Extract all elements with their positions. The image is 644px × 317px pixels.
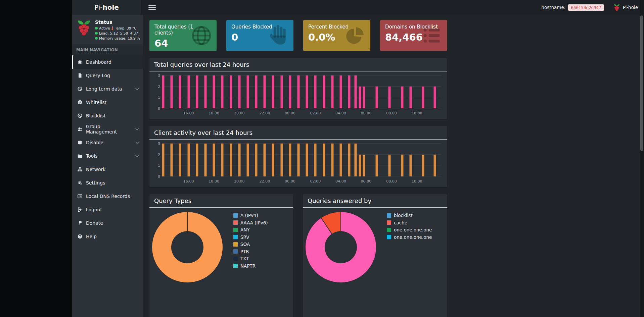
- legend-item[interactable]: ANY: [233, 227, 268, 232]
- chart-bar[interactable]: [280, 144, 283, 176]
- chart-bar[interactable]: [375, 87, 378, 108]
- chart-bar[interactable]: [280, 75, 283, 108]
- chart-bar[interactable]: [255, 75, 258, 108]
- chart-bar[interactable]: [221, 144, 224, 176]
- chart-bar[interactable]: [162, 75, 165, 108]
- chart-bar[interactable]: [363, 155, 365, 176]
- chart-bar[interactable]: [162, 144, 165, 176]
- chart-bar[interactable]: [348, 144, 351, 176]
- chart-bar[interactable]: [359, 87, 361, 108]
- sidebar-item-group-management[interactable]: Group Management: [72, 122, 143, 136]
- legend-item[interactable]: AAAA (IPv6): [233, 220, 268, 225]
- summary-card-total-queries-1-clients[interactable]: Total queries (1 clients)64: [149, 20, 217, 51]
- sidebar-item-help[interactable]: Help: [72, 230, 143, 243]
- chart-bar[interactable]: [213, 75, 215, 108]
- legend-item[interactable]: blocklist: [387, 213, 432, 218]
- chart-bar[interactable]: [363, 87, 365, 108]
- chart-bar[interactable]: [339, 144, 342, 176]
- chart-bar[interactable]: [409, 155, 412, 176]
- chart-bar[interactable]: [246, 75, 249, 108]
- chart-bar[interactable]: [422, 87, 424, 108]
- legend-item[interactable]: SRV: [233, 234, 268, 240]
- chart-bar[interactable]: [297, 75, 300, 108]
- sidebar-item-dashboard[interactable]: Dashboard: [72, 55, 143, 69]
- chart-bar[interactable]: [230, 144, 232, 176]
- chart-bar[interactable]: [331, 75, 333, 108]
- summary-card-queries-blocked[interactable]: Queries Blocked0: [226, 20, 293, 51]
- legend-item[interactable]: NAPTR: [233, 263, 268, 269]
- chart-bar[interactable]: [409, 87, 412, 108]
- chart-bar[interactable]: [264, 75, 266, 108]
- chart-bar[interactable]: [388, 87, 390, 108]
- sidebar-item-logout[interactable]: Logout: [72, 203, 143, 216]
- chart-bar[interactable]: [238, 75, 240, 108]
- chart-bar[interactable]: [355, 75, 357, 108]
- sidebar-item-query-log[interactable]: Query Log: [72, 69, 143, 82]
- chart-bar[interactable]: [306, 144, 308, 176]
- chart-bar[interactable]: [187, 144, 190, 176]
- chart-bar[interactable]: [331, 144, 333, 176]
- navbar-brand-label[interactable]: Pi-hole: [623, 5, 638, 10]
- chart-bar[interactable]: [272, 75, 274, 108]
- chart-bar[interactable]: [187, 75, 190, 108]
- chart-bar[interactable]: [272, 144, 274, 176]
- chart-bar[interactable]: [196, 144, 198, 176]
- sidebar-item-local-dns-records[interactable]: Local DNS Records: [72, 190, 143, 203]
- sidebar-toggle-button[interactable]: [148, 5, 156, 10]
- chart-bar[interactable]: [289, 75, 291, 108]
- sidebar-item-whitelist[interactable]: Whitelist: [72, 96, 143, 109]
- legend-item[interactable]: one.one.one.one: [387, 227, 432, 232]
- sidebar-item-blacklist[interactable]: Blacklist: [72, 109, 143, 122]
- sidebar-item-settings[interactable]: Settings: [72, 176, 143, 190]
- chart-bar[interactable]: [401, 87, 403, 108]
- summary-card-domains-on-blocklist[interactable]: Domains on Blocklist84,466: [380, 20, 447, 51]
- sidebar-item-long-term-data[interactable]: Long term data: [72, 82, 143, 96]
- legend-item[interactable]: TXT: [233, 256, 268, 261]
- chart-bar[interactable]: [246, 144, 249, 176]
- chart-bar[interactable]: [213, 144, 215, 176]
- chart-bar[interactable]: [230, 75, 232, 108]
- chart-bar[interactable]: [179, 75, 181, 108]
- sidebar-item-tools[interactable]: Tools: [72, 149, 143, 163]
- chart-bar[interactable]: [255, 144, 258, 176]
- chart-bar[interactable]: [289, 144, 291, 176]
- chart-bar[interactable]: [375, 155, 378, 176]
- chart-bar[interactable]: [339, 75, 342, 108]
- sidebar-item-network[interactable]: Network: [72, 163, 143, 176]
- legend-item[interactable]: cache: [387, 220, 432, 225]
- chart-bar[interactable]: [196, 75, 198, 108]
- chart-bar[interactable]: [434, 155, 436, 176]
- chart-bar[interactable]: [355, 144, 357, 176]
- chart-bar[interactable]: [314, 144, 317, 176]
- brand-bold: hole: [103, 3, 119, 11]
- chart-bar[interactable]: [297, 144, 300, 176]
- chart-bar[interactable]: [171, 144, 173, 176]
- x-axis-label: 00:00: [285, 179, 295, 183]
- legend-item[interactable]: one.one.one.one: [387, 234, 432, 240]
- chart-bar[interactable]: [422, 155, 424, 176]
- chart-bar[interactable]: [264, 144, 266, 176]
- legend-item[interactable]: A (IPv4): [233, 213, 268, 218]
- legend-item[interactable]: SOA: [233, 242, 268, 247]
- chart-bar[interactable]: [434, 87, 436, 108]
- chart-bar[interactable]: [348, 75, 351, 108]
- chart-bar[interactable]: [388, 155, 390, 176]
- chart-bar[interactable]: [204, 75, 207, 108]
- chart-bar[interactable]: [204, 144, 207, 176]
- chart-bar[interactable]: [401, 155, 403, 176]
- chart-bar[interactable]: [238, 144, 240, 176]
- chart-bar[interactable]: [179, 144, 181, 176]
- chart-bar[interactable]: [306, 75, 308, 108]
- chart-bar[interactable]: [221, 75, 224, 108]
- chart-bar[interactable]: [314, 75, 317, 108]
- chart-bar[interactable]: [171, 75, 173, 108]
- sidebar-item-donate[interactable]: Donate: [72, 216, 143, 230]
- brand-logo[interactable]: Pi-hole: [72, 0, 141, 15]
- chart-bar[interactable]: [323, 144, 325, 176]
- legend-item[interactable]: PTR: [233, 249, 268, 254]
- sidebar-item-disable[interactable]: Disable: [72, 136, 143, 149]
- summary-card-percent-blocked[interactable]: Percent Blocked0.0%: [303, 20, 370, 51]
- chart-bar[interactable]: [323, 75, 325, 108]
- scrollbar-thumb[interactable]: [640, 15, 643, 151]
- chart-bar[interactable]: [359, 155, 361, 176]
